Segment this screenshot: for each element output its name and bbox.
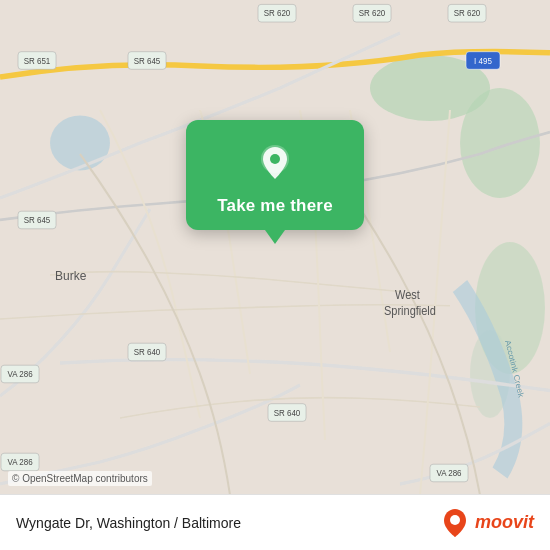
svg-text:Springfield: Springfield	[384, 304, 436, 317]
svg-point-2	[50, 116, 110, 171]
take-me-there-button[interactable]: Take me there	[217, 196, 333, 216]
map-svg: SR 620 SR 620 SR 620 SR 651 SR 645 I 495…	[0, 0, 550, 550]
svg-text:VA 286: VA 286	[7, 369, 32, 379]
svg-text:Burke: Burke	[55, 269, 86, 284]
svg-text:SR 645: SR 645	[24, 215, 51, 225]
moovit-brand-label: moovit	[475, 512, 534, 533]
copyright-text: © OpenStreetMap contributors	[8, 471, 152, 486]
bottom-bar: Wyngate Dr, Washington / Baltimore moovi…	[0, 494, 550, 550]
svg-text:SR 620: SR 620	[454, 8, 481, 18]
moovit-logo: moovit	[439, 507, 534, 539]
svg-text:SR 645: SR 645	[134, 55, 161, 65]
location-label: Wyngate Dr, Washington / Baltimore	[16, 515, 241, 531]
svg-point-35	[450, 515, 460, 525]
map-container: SR 620 SR 620 SR 620 SR 651 SR 645 I 495…	[0, 0, 550, 550]
moovit-pin-icon	[439, 507, 471, 539]
location-pin-icon	[251, 138, 299, 186]
svg-text:SR 620: SR 620	[359, 8, 386, 18]
svg-text:SR 651: SR 651	[24, 55, 51, 65]
svg-point-34	[270, 154, 280, 164]
svg-text:West: West	[395, 289, 421, 302]
svg-text:SR 640: SR 640	[134, 347, 161, 357]
svg-text:VA 286: VA 286	[436, 468, 461, 478]
popup-card: Take me there	[186, 120, 364, 230]
svg-point-1	[460, 88, 540, 198]
svg-text:SR 640: SR 640	[274, 407, 301, 417]
svg-text:VA 286: VA 286	[7, 457, 32, 467]
svg-text:SR 620: SR 620	[264, 8, 291, 18]
svg-text:I 495: I 495	[474, 55, 492, 65]
